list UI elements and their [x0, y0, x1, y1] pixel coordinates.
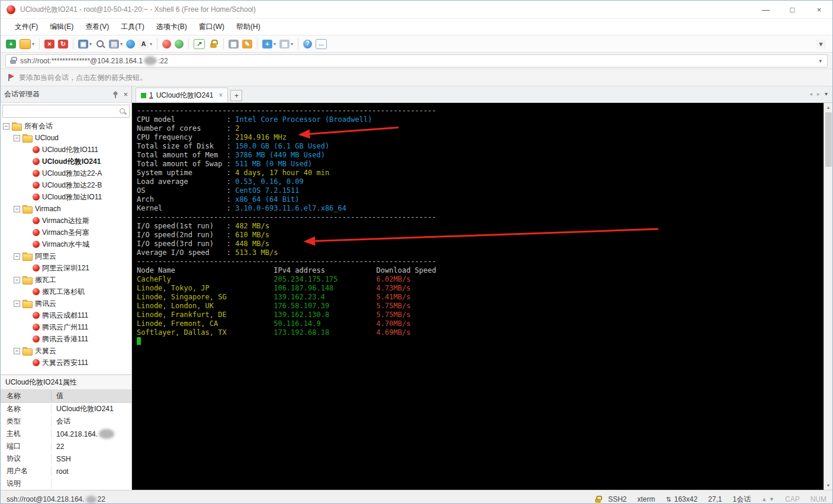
toolbar-overflow-button[interactable]: ▾	[814, 38, 828, 50]
tree-item-folder-tencent[interactable]: −腾讯云	[1, 298, 131, 309]
tree-item-label: 腾讯云	[35, 299, 56, 309]
help-button[interactable]: ?	[301, 38, 314, 50]
address-text-after: :22	[158, 57, 168, 65]
menu-item-edit[interactable]: 编辑(E)	[44, 20, 79, 34]
terminal-scrollbar[interactable]: ▲ ▼	[824, 103, 832, 490]
xftp-button[interactable]	[173, 38, 185, 50]
new-tab-button[interactable]: +	[230, 90, 242, 101]
menu-item-window[interactable]: 窗口(W)	[193, 20, 230, 34]
duplicate-session-button[interactable]: ▣▾	[76, 38, 94, 50]
tree-item-session-bandwagon-losangeles[interactable]: 搬瓦工洛杉矶	[1, 286, 131, 298]
tree-item-session-ucloud-london-io111[interactable]: UCloud伦敦IO111	[1, 144, 131, 156]
find-button[interactable]	[94, 38, 107, 50]
tree-item-session-tianyi-xian-111[interactable]: 天翼云西安111	[1, 357, 131, 369]
new-session-button[interactable]: +	[4, 38, 18, 50]
disconnect-button[interactable]: ×	[43, 38, 56, 50]
compose-bar-button[interactable]: ▦	[227, 38, 240, 50]
menu-item-file[interactable]: 文件(F)	[9, 20, 44, 34]
encryption-status: SSH2	[594, 495, 626, 503]
tree-item-session-ucloud-jakarta-22-b[interactable]: UCloud雅加达22-B	[1, 179, 131, 191]
tab-arrange-button[interactable]: ▤▾	[107, 38, 124, 50]
tab-list-dropdown-icon[interactable]: ▾	[825, 91, 828, 97]
menu-item-view[interactable]: 查看(V)	[79, 20, 115, 34]
maximize-button[interactable]: □	[779, 1, 806, 18]
dropdown-arrow-icon[interactable]: ▾	[120, 41, 123, 47]
collapse-expander-icon[interactable]: −	[14, 135, 20, 141]
search-icon	[119, 108, 127, 115]
scrollbar-thumb[interactable]	[825, 112, 832, 167]
window-layout-button[interactable]: ▦▾	[278, 38, 295, 50]
collapse-expander-icon[interactable]: −	[14, 206, 20, 212]
tab-scroll-left-icon[interactable]: ◂	[809, 91, 812, 97]
lock-screen-button[interactable]	[207, 38, 220, 50]
tree-item-session-tencent-chengdu-111[interactable]: 腾讯云成都111	[1, 309, 131, 321]
tree-item-all-sessions[interactable]: −所有会话	[1, 120, 131, 132]
tree-item-folder-tianyi[interactable]: −天翼云	[1, 345, 131, 357]
session-search-input[interactable]	[2, 105, 130, 118]
tab-close-icon[interactable]: ×	[218, 91, 223, 99]
new-file-transfer-button[interactable]: +▾	[260, 38, 278, 50]
highlight-button[interactable]: ✎	[240, 38, 254, 50]
address-input[interactable]: ssh://root:**************@104.218.164.1 …	[5, 54, 828, 67]
font-button[interactable]: A▾	[137, 38, 154, 50]
menu-item-tabs[interactable]: 选项卡(B)	[150, 20, 193, 34]
open-session-button[interactable]: ▾	[18, 38, 36, 50]
minimize-button[interactable]: —	[752, 1, 779, 18]
tree-item-session-virmach-buffalo[interactable]: Virmach水牛城	[1, 238, 131, 250]
tree-item-folder-aliyun[interactable]: −阿里云	[1, 250, 131, 262]
tree-item-session-virmach-dallas[interactable]: Virmach达拉斯	[1, 215, 131, 227]
tab-ucloud-london-io241[interactable]: 1 UCloud伦敦IO241 ×	[136, 88, 228, 102]
collapse-expander-icon[interactable]: −	[14, 253, 20, 260]
terminal-area: ----------------------------------------…	[132, 103, 832, 490]
dropdown-arrow-icon[interactable]: ▾	[32, 41, 34, 47]
collapse-expander-icon[interactable]: −	[14, 348, 20, 354]
tree-item-folder-virmach[interactable]: −Virmach	[1, 203, 131, 215]
tree-item-session-ucloud-london-io241[interactable]: UCloud伦敦IO241	[1, 156, 131, 167]
tree-item-label: 腾讯云广州111	[42, 322, 88, 332]
terminal[interactable]: ----------------------------------------…	[132, 103, 824, 490]
reconnect-button[interactable]: ↻	[56, 38, 70, 50]
address-dropdown-button[interactable]: ▾	[817, 58, 824, 64]
message-button[interactable]: …	[314, 38, 329, 50]
dropdown-arrow-icon[interactable]: ▾	[89, 41, 92, 47]
previous-session-icon[interactable]: ▲	[761, 496, 767, 502]
tree-item-folder-bandwagon[interactable]: −搬瓦工	[1, 274, 131, 286]
menu-item-help[interactable]: 帮助(H)	[230, 20, 266, 34]
terminal-size: ⇅ 163x42	[666, 495, 698, 503]
fullscreen-button[interactable]: ↗	[192, 38, 207, 50]
tree-item-session-tencent-hongkong-111[interactable]: 腾讯云香港111	[1, 333, 131, 345]
flag-icon[interactable]	[7, 73, 14, 82]
dropdown-arrow-icon[interactable]: ▾	[291, 41, 293, 47]
close-button[interactable]: ×	[806, 1, 832, 18]
tab-scroll-right-icon[interactable]: ▸	[817, 91, 820, 97]
session-icon	[33, 241, 40, 248]
collapse-expander-icon[interactable]: −	[3, 123, 9, 130]
tree-item-session-ucloud-jakarta-io11[interactable]: UCloud雅加达IO11	[1, 191, 131, 203]
folder-icon	[22, 277, 33, 285]
tree-item-label: Virmach水牛城	[42, 240, 89, 250]
redaction-blur	[86, 496, 97, 503]
collapse-expander-icon[interactable]: −	[14, 301, 20, 307]
tree-item-session-tencent-guangzhou-111[interactable]: 腾讯云广州111	[1, 321, 131, 333]
panel-close-button[interactable]: ×	[123, 90, 128, 99]
property-label: 端口	[1, 441, 52, 451]
caps-lock-indicator: CAP	[785, 495, 800, 503]
scroll-up-icon[interactable]: ▲	[824, 103, 833, 112]
tree-item-session-virmach-san-jose[interactable]: Virmach圣何塞	[1, 227, 131, 238]
xshell-button[interactable]	[160, 38, 173, 50]
encoding-button[interactable]	[124, 38, 137, 50]
next-session-icon[interactable]: ▼	[769, 496, 774, 502]
tree-item-session-aliyun-shenzhen-121[interactable]: 阿里云深圳121	[1, 262, 131, 274]
menu-item-tools[interactable]: 工具(T)	[115, 20, 150, 34]
collapse-expander-icon[interactable]: −	[14, 277, 20, 283]
tree-item-label: UCloud伦敦IO111	[42, 145, 98, 155]
tree-item-folder-ucloud[interactable]: −UCloud	[1, 132, 131, 144]
dropdown-arrow-icon[interactable]: ▾	[274, 41, 276, 47]
scroll-down-icon[interactable]: ▼	[824, 481, 833, 490]
property-label: 用户名	[1, 466, 52, 476]
pin-icon[interactable]	[111, 91, 118, 98]
dropdown-arrow-icon[interactable]: ▾	[150, 41, 152, 47]
tab-number: 1	[149, 91, 153, 99]
terminal-line: OS : CentOS 7.2.1511	[137, 186, 824, 195]
tree-item-session-ucloud-jakarta-22-a[interactable]: UCloud雅加达22-A	[1, 167, 131, 179]
